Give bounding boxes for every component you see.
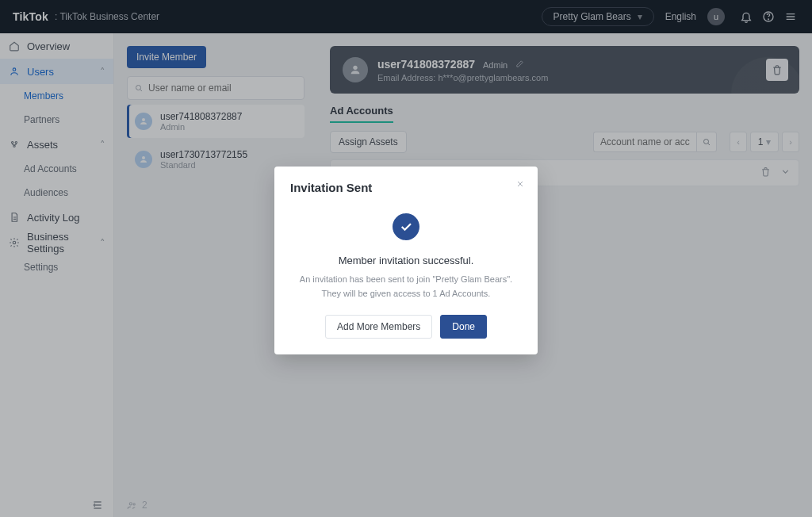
modal-subtext-2: They will be given access to 1 Ad Accoun… xyxy=(322,287,491,301)
modal-title: Invitation Sent xyxy=(290,181,522,194)
done-button[interactable]: Done xyxy=(440,315,487,339)
close-icon[interactable] xyxy=(512,176,528,192)
modal-subtext-1: An invitation has been sent to join "Pre… xyxy=(300,273,512,287)
add-more-members-button[interactable]: Add More Members xyxy=(325,315,432,339)
check-icon xyxy=(393,213,419,240)
invitation-sent-modal: Invitation Sent Member invitation succes… xyxy=(274,167,538,354)
modal-message: Member invitation successful. xyxy=(339,255,474,266)
